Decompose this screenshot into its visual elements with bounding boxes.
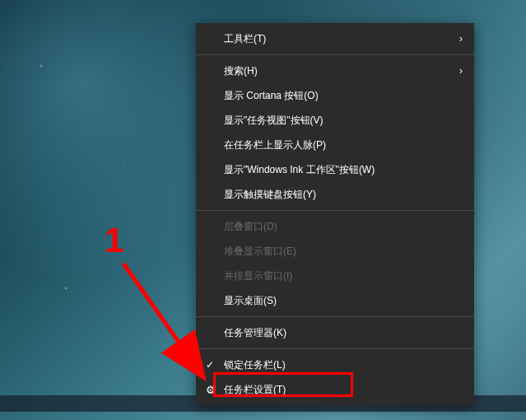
menu-item-toolbars[interactable]: 工具栏(T) › xyxy=(196,26,474,51)
menu-item-show-desktop[interactable]: 显示桌面(S) xyxy=(196,288,474,313)
menu-item-ink[interactable]: 显示"Windows Ink 工作区"按钮(W) xyxy=(196,157,474,182)
menu-separator xyxy=(196,54,474,55)
menu-separator xyxy=(196,210,474,211)
check-icon: ✓ xyxy=(206,359,214,371)
menu-item-task-manager[interactable]: 任务管理器(K) xyxy=(196,320,474,345)
menu-item-touch-keyboard[interactable]: 显示触摸键盘按钮(Y) xyxy=(196,182,474,207)
menu-item-taskview[interactable]: 显示"任务视图"按钮(V) xyxy=(196,108,474,133)
chevron-right-icon: › xyxy=(459,65,463,77)
menu-label: 锁定任务栏(L) xyxy=(224,358,286,372)
menu-label: 显示"Windows Ink 工作区"按钮(W) xyxy=(224,163,375,177)
menu-label: 搜索(H) xyxy=(224,64,258,78)
menu-label: 显示触摸键盘按钮(Y) xyxy=(224,188,316,202)
menu-item-cascade: 层叠窗口(D) xyxy=(196,214,474,239)
menu-label: 任务管理器(K) xyxy=(224,326,286,340)
menu-label: 堆叠显示窗口(E) xyxy=(224,245,296,259)
menu-item-lock-taskbar[interactable]: ✓ 锁定任务栏(L) xyxy=(196,352,474,377)
menu-label: 工具栏(T) xyxy=(224,32,266,46)
menu-separator xyxy=(196,348,474,349)
menu-label: 显示桌面(S) xyxy=(224,294,277,308)
menu-label: 并排显示窗口(I) xyxy=(224,269,292,283)
chevron-right-icon: › xyxy=(459,33,463,44)
menu-item-search[interactable]: 搜索(H) › xyxy=(196,58,474,83)
menu-label: 在任务栏上显示人脉(P) xyxy=(224,138,326,152)
menu-item-people[interactable]: 在任务栏上显示人脉(P) xyxy=(196,133,474,157)
menu-item-taskbar-settings[interactable]: ⚙ 任务栏设置(T) xyxy=(196,377,474,402)
gear-icon: ⚙ xyxy=(206,384,216,396)
menu-label: 显示 Cortana 按钮(O) xyxy=(224,89,319,103)
taskbar-context-menu: 工具栏(T) › 搜索(H) › 显示 Cortana 按钮(O) 显示"任务视… xyxy=(196,23,474,405)
menu-item-side-by-side: 并排显示窗口(I) xyxy=(196,264,474,288)
menu-item-cortana[interactable]: 显示 Cortana 按钮(O) xyxy=(196,83,474,108)
menu-label: 任务栏设置(T) xyxy=(224,383,286,397)
menu-label: 层叠窗口(D) xyxy=(224,220,277,234)
menu-separator xyxy=(196,316,474,317)
menu-label: 显示"任务视图"按钮(V) xyxy=(224,114,324,128)
menu-item-stacked: 堆叠显示窗口(E) xyxy=(196,239,474,264)
